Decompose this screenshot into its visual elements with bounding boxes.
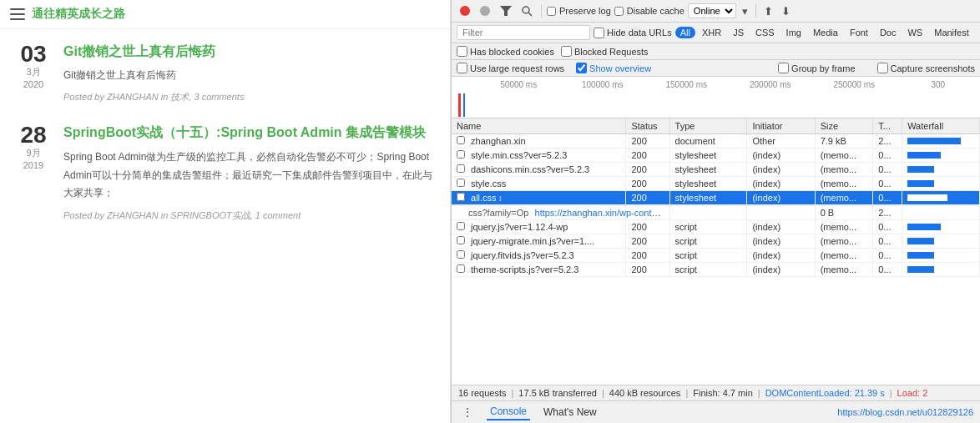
cell-name: jquery-migrate.min.js?ver=1....	[452, 234, 626, 249]
tab-whats-new[interactable]: What's New	[540, 405, 600, 420]
col-header-type[interactable]: Type	[669, 118, 747, 134]
status-bar: 16 requests | 17.5 kB transferred | 440 …	[452, 385, 980, 400]
hamburger-icon[interactable]	[10, 8, 25, 20]
record-icon	[460, 6, 470, 16]
tab-console[interactable]: Console	[487, 404, 530, 420]
filter-input[interactable]	[457, 25, 590, 40]
url-time: 2...	[873, 206, 902, 220]
col-header-initiator[interactable]: Initiator	[747, 118, 815, 134]
cell-time: 0...	[873, 149, 902, 163]
search-button[interactable]	[518, 4, 536, 18]
row-checkbox[interactable]	[457, 236, 465, 244]
disable-cache-label[interactable]: Disable cache	[614, 6, 684, 16]
cell-size: (memo...	[815, 177, 873, 191]
col-header-size[interactable]: Size	[815, 118, 873, 134]
table-row[interactable]: style.css 200 stylesheet (index) (memo..…	[452, 177, 980, 191]
has-blocked-cookies-checkbox[interactable]	[457, 46, 467, 57]
finish-time: Finish: 4.7 min	[693, 388, 753, 398]
post-meta-2: Posted by ZHANGHAN in SPRINGBOOT实战, 1 co…	[63, 209, 433, 222]
more-options-icon[interactable]: ⋮	[458, 405, 477, 419]
row-checkbox[interactable]	[457, 250, 465, 259]
tick-5: 250000 ms	[812, 80, 897, 89]
cell-waterfall	[902, 134, 980, 149]
show-overview-label[interactable]: Show overview	[576, 63, 651, 73]
row-checkbox[interactable]	[457, 193, 465, 201]
col-header-waterfall[interactable]: Waterfall	[902, 118, 980, 134]
table-row[interactable]: style.min.css?ver=5.2.3 200 stylesheet (…	[452, 149, 980, 163]
url-size: 0 B	[815, 206, 873, 220]
cell-status: 200	[626, 134, 669, 149]
throttle-select[interactable]: Online	[688, 3, 736, 18]
row-checkbox[interactable]	[457, 150, 465, 159]
timeline-area[interactable]: 50000 ms 100000 ms 150000 ms 200000 ms 2…	[452, 77, 980, 118]
clear-button[interactable]	[477, 4, 493, 18]
row-checkbox[interactable]	[457, 136, 465, 144]
svg-marker-0	[500, 6, 512, 16]
blocked-requests-checkbox[interactable]	[561, 46, 572, 57]
filter-tab-manifest[interactable]: Manifest	[929, 27, 974, 38]
table-row[interactable]: jquery-migrate.min.js?ver=1.... 200 scri…	[452, 234, 980, 249]
col-header-status[interactable]: Status	[626, 118, 669, 134]
group-by-frame-label[interactable]: Group by frame	[778, 63, 855, 73]
post-title-1[interactable]: Git撤销之世上真有后悔药	[63, 43, 433, 61]
col-header-time[interactable]: T...	[873, 118, 902, 134]
blog-header: 通往精英成长之路	[0, 0, 450, 29]
cell-type: script	[669, 249, 747, 263]
cell-initiator: (index)	[747, 177, 815, 191]
col-header-name[interactable]: Name	[452, 118, 626, 134]
cell-name: all.css↕	[452, 191, 626, 205]
filter-tab-xhr[interactable]: XHR	[697, 27, 726, 38]
table-row[interactable]: theme-scripts.js?ver=5.2.3 200 script (i…	[452, 263, 980, 277]
record-button[interactable]	[457, 4, 473, 18]
row-checkbox[interactable]	[457, 222, 465, 230]
import-button[interactable]: ⬇	[779, 4, 793, 18]
hide-data-urls-checkbox[interactable]	[594, 28, 604, 38]
use-large-rows-label[interactable]: Use large request rows	[457, 63, 564, 73]
export-button[interactable]: ⬆	[761, 4, 775, 18]
filter-tab-img[interactable]: Img	[781, 27, 806, 38]
preserve-log-label[interactable]: Preserve log	[547, 6, 611, 16]
cell-size: (memo...	[815, 234, 873, 249]
load-time: Load: 2	[897, 388, 928, 398]
filter-tab-ws[interactable]: WS	[902, 27, 927, 38]
capture-screenshots-text: Capture screenshots	[891, 63, 976, 73]
throttle-chevron[interactable]: ▾	[740, 4, 750, 18]
show-overview-text: Show overview	[589, 63, 651, 73]
filter-tabs: All XHR JS CSS Img Media Font Doc WS Man…	[675, 27, 974, 38]
table-row[interactable]: all.css↕ 200 stylesheet (index) (memo...…	[452, 191, 980, 205]
filter-button[interactable]	[497, 4, 515, 18]
has-blocked-cookies-label[interactable]: Has blocked cookies	[457, 46, 554, 57]
table-row[interactable]: jquery.fitvids.js?ver=5.2.3 200 script (…	[452, 249, 980, 263]
cell-initiator: (index)	[747, 163, 815, 177]
blog-content: 03 3月 2020 Git撤销之世上真有后悔药 Git撤销之世上真有后悔药 P…	[0, 29, 450, 419]
blocked-requests-label[interactable]: Blocked Requests	[561, 46, 649, 57]
blocked-requests-text: Blocked Requests	[574, 47, 649, 57]
group-by-frame-checkbox[interactable]	[778, 63, 789, 73]
row-checkbox[interactable]	[457, 164, 465, 173]
filter-tab-font[interactable]: Font	[845, 27, 873, 38]
post-title-2[interactable]: SpringBoot实战（十五）:Spring Boot Admin 集成告警模…	[63, 123, 433, 142]
table-row[interactable]: zhanghan.xin 200 document Other 7.9 kB 2…	[452, 134, 980, 149]
table-row[interactable]: jquery.js?ver=1.12.4-wp 200 script (inde…	[452, 220, 980, 234]
show-overview-checkbox[interactable]	[576, 63, 587, 73]
cell-size: (memo...	[815, 191, 873, 205]
cell-waterfall	[902, 249, 980, 263]
capture-screenshots-label[interactable]: Capture screenshots	[877, 63, 976, 73]
group-by-frame-text: Group by frame	[791, 63, 855, 73]
filter-tab-css[interactable]: CSS	[750, 27, 780, 38]
transferred-size: 17.5 kB transferred	[518, 388, 597, 398]
capture-screenshots-checkbox[interactable]	[877, 63, 888, 73]
disable-cache-checkbox[interactable]	[614, 7, 624, 16]
filter-tab-media[interactable]: Media	[808, 27, 843, 38]
cell-time: 0...	[873, 191, 902, 205]
filter-tab-doc[interactable]: Doc	[875, 27, 902, 38]
row-checkbox[interactable]	[457, 179, 465, 187]
row-checkbox[interactable]	[457, 264, 465, 273]
use-large-rows-checkbox[interactable]	[457, 63, 467, 73]
overview-bar: Use large request rows Show overview Gro…	[452, 60, 980, 77]
filter-tab-js[interactable]: JS	[728, 27, 749, 38]
preserve-log-checkbox[interactable]	[547, 7, 556, 16]
filter-tab-all[interactable]: All	[675, 27, 695, 38]
cell-time: 0...	[873, 220, 902, 234]
table-row[interactable]: dashicons.min.css?ver=5.2.3 200 styleshe…	[452, 163, 980, 177]
